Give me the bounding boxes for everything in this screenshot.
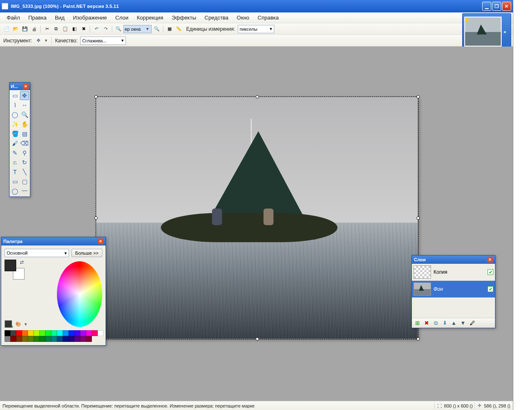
canvas[interactable] (96, 97, 418, 339)
palette-swatch[interactable] (57, 330, 63, 336)
menu-view[interactable]: Вид (51, 13, 69, 22)
layer-visibility-checkbox[interactable]: ✔ (488, 269, 493, 275)
close-icon[interactable]: ✕ (487, 257, 493, 263)
palette-swatch[interactable] (10, 336, 16, 342)
resize-handle-w[interactable] (94, 216, 98, 220)
palette-swatch[interactable] (51, 330, 57, 336)
chevron-down-icon[interactable]: ▾ (270, 26, 272, 32)
menu-image[interactable]: Изображение (69, 13, 111, 22)
zoom-tool[interactable]: 🔍 (20, 110, 29, 119)
maximize-button[interactable]: ❐ (492, 2, 501, 11)
quality-combo[interactable]: Сглажива... ▾ (80, 37, 126, 45)
palette-swatch[interactable] (80, 330, 86, 336)
layer-row[interactable]: Фон✔ (412, 281, 495, 298)
pan-tool[interactable]: ✋ (20, 120, 29, 129)
palette-swatch[interactable] (86, 336, 92, 342)
layer-visibility-checkbox[interactable]: ✔ (488, 286, 493, 292)
move-up-icon[interactable]: ▲ (450, 319, 458, 327)
chevron-down-icon[interactable]: ▾ (25, 322, 27, 327)
menu-tools[interactable]: Средства (200, 13, 233, 22)
move-down-icon[interactable]: ▼ (459, 319, 467, 327)
paste-icon[interactable]: 📋 (61, 25, 69, 33)
layers-window-title[interactable]: Слои ✕ (412, 255, 495, 264)
freeform-tool[interactable]: 〰 (20, 187, 29, 196)
palette-swatch[interactable] (34, 336, 39, 342)
workspace[interactable] (0, 47, 513, 401)
current-tool-icon[interactable]: ✥ (35, 37, 42, 44)
pencil-tool[interactable]: ✎ (10, 148, 20, 157)
menu-effects[interactable]: Эффекты (167, 13, 200, 22)
tools-window[interactable]: И... ✕ ▭✥⌇↔◯🔍✨✋🪣▤🖌⌫✎⚲⎌↻T╲▭▢◯〰 (9, 82, 30, 197)
move-sel-tool[interactable]: ↔ (20, 101, 29, 110)
merge-down-icon[interactable]: ⬇ (441, 319, 448, 327)
palette-swatch[interactable] (57, 336, 63, 342)
grid-icon[interactable]: ▦ (165, 25, 174, 33)
palette-swatch[interactable] (22, 336, 28, 342)
palette-swatch[interactable] (45, 330, 51, 336)
ellipse-select-tool[interactable]: ◯ (10, 110, 20, 119)
gradient-tool[interactable]: ▤ (20, 129, 29, 138)
palette-swatch[interactable] (22, 330, 28, 336)
zoom-combo[interactable]: ▾ (123, 25, 152, 33)
chevron-down-icon[interactable]: ▾ (121, 38, 124, 43)
menu-adjust[interactable]: Коррекция (133, 13, 167, 22)
resize-handle-e[interactable] (416, 216, 420, 220)
chevron-down-icon[interactable]: ▾ (145, 26, 150, 32)
palette-swatches[interactable] (5, 330, 103, 342)
palette-swatch[interactable] (16, 330, 22, 336)
tools-window-title[interactable]: И... ✕ (10, 83, 30, 90)
thumbnail-menu-icon[interactable]: ◂ (503, 29, 509, 34)
ellipse-tool[interactable]: ◯ (10, 187, 20, 196)
layers-window[interactable]: Слои ✕ Копия✔Фон✔ ⊞ ✖ ⧉ ⬇ ▲ ▼ 🖉 (411, 255, 495, 328)
palette-swatch[interactable] (16, 336, 22, 342)
menu-help[interactable]: Справка (254, 13, 283, 22)
close-icon[interactable]: ✕ (23, 83, 29, 89)
swap-colors-icon[interactable]: ⇄ (20, 260, 24, 265)
palette-swatch[interactable] (69, 336, 74, 342)
palette-swatch[interactable] (28, 336, 34, 342)
deselect-icon[interactable]: ✖ (79, 25, 88, 33)
palette-swatch[interactable] (5, 336, 10, 342)
zoomout-icon[interactable]: 🔍 (114, 25, 123, 33)
add-layer-icon[interactable]: ⊞ (414, 319, 421, 327)
close-button[interactable]: ✕ (502, 2, 511, 11)
zoomin-icon[interactable]: 🔍 (153, 25, 161, 33)
line-tool[interactable]: ╲ (20, 167, 29, 177)
zoom-input[interactable] (125, 27, 145, 32)
print-icon[interactable]: 🖨 (30, 25, 38, 33)
menu-window[interactable]: Окно (233, 13, 254, 22)
crop-icon[interactable]: ◧ (70, 25, 79, 33)
rect-select-tool[interactable]: ▭ (10, 91, 20, 100)
recolor-tool[interactable]: ↻ (20, 158, 29, 167)
palette-swatch[interactable] (39, 336, 45, 342)
open-icon[interactable]: 📂 (12, 25, 20, 33)
brush-tool[interactable]: 🖌 (10, 139, 20, 148)
resize-handle-nw[interactable] (94, 95, 98, 98)
move-tool[interactable]: ✥ (20, 91, 29, 100)
tool-dropdown-icon[interactable]: ▾ (45, 38, 47, 43)
document-thumbnail[interactable]: ✱ (464, 17, 502, 47)
properties-icon[interactable]: 🖉 (468, 319, 476, 327)
delete-layer-icon[interactable]: ✖ (423, 319, 430, 327)
palette-swatch[interactable] (34, 330, 39, 336)
palette-swatch[interactable] (10, 330, 16, 336)
palette-swatch[interactable] (45, 336, 51, 342)
color-mode-combo[interactable]: Основной ▾ (5, 249, 69, 257)
redo-icon[interactable]: ↷ (101, 25, 110, 33)
magic-wand-tool[interactable]: ✨ (10, 120, 20, 129)
undo-icon[interactable]: ↶ (92, 25, 101, 33)
palette-swatch[interactable] (39, 330, 45, 336)
resize-handle-ne[interactable] (416, 95, 420, 98)
lasso-tool[interactable]: ⌇ (10, 101, 20, 110)
palette-swatch[interactable] (28, 330, 34, 336)
palette-swatch[interactable] (74, 330, 80, 336)
close-icon[interactable]: ✕ (98, 238, 103, 244)
palette-swatch[interactable] (5, 330, 10, 336)
units-combo[interactable]: пикселы ▾ (238, 25, 274, 33)
paint-bucket-tool[interactable]: 🪣 (10, 129, 20, 138)
chevron-down-icon[interactable]: ▾ (64, 250, 67, 256)
palette-swatch[interactable] (63, 330, 69, 336)
menu-file[interactable]: Файл (2, 13, 24, 22)
palette-swatch[interactable] (69, 330, 74, 336)
palette-swatch[interactable] (80, 336, 86, 342)
